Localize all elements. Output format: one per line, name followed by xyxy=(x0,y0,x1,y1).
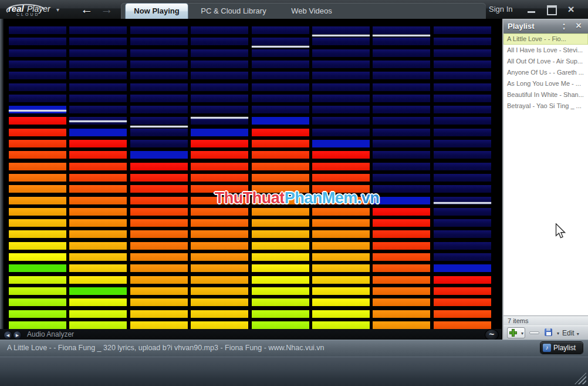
playlist-item[interactable]: As Long You Love Me - ... xyxy=(503,78,588,89)
spectrum-segment xyxy=(434,276,491,284)
spectrum-segment xyxy=(69,208,127,216)
spectrum-segment xyxy=(434,117,491,125)
spectrum-segment xyxy=(69,163,127,170)
spectrum-segment xyxy=(434,151,491,159)
edit-button[interactable]: Edit▾ xyxy=(562,326,579,340)
resize-grip[interactable] xyxy=(575,372,586,384)
spectrum-segment xyxy=(191,129,248,136)
spectrum-segment xyxy=(434,230,491,238)
spectrum-segment xyxy=(9,151,66,159)
spectrum-segment xyxy=(191,253,248,261)
playlist-item[interactable]: All Out Of Love - Air Sup... xyxy=(503,56,588,67)
spectrum-segment xyxy=(69,61,127,68)
tab-web-videos[interactable]: Web Videos xyxy=(279,3,344,19)
playlist-toggle-button[interactable]: ♪ Playlist xyxy=(540,342,583,354)
visualization-next-button[interactable]: ▶ xyxy=(13,331,22,340)
spectrum-segment xyxy=(312,208,370,216)
spectrum-segment xyxy=(252,117,309,125)
visualization-prev-button[interactable]: ◀ xyxy=(4,331,12,340)
spectrum-segment xyxy=(9,61,66,68)
watermark: ThuThuatPhanMem.vn xyxy=(209,189,385,207)
spectrum-segment xyxy=(312,242,370,250)
sign-in-button[interactable]: Sign In xyxy=(489,0,512,19)
save-playlist-button[interactable]: ▾ xyxy=(545,328,560,338)
maximize-button[interactable] xyxy=(544,4,559,15)
spectrum-segment xyxy=(191,208,248,216)
spectrum-segment xyxy=(130,117,188,125)
back-button[interactable]: ← xyxy=(78,1,96,18)
spectrum-segment xyxy=(252,163,309,170)
spectrum-segment xyxy=(434,208,491,216)
spectrum-segment xyxy=(69,72,127,79)
spectrum-column-6 xyxy=(312,19,370,329)
spectrum-segment xyxy=(312,298,370,306)
spectrum-segment xyxy=(312,151,370,159)
tab-now-playing[interactable]: Now Playing xyxy=(126,4,188,19)
spectrum-segment xyxy=(434,298,491,306)
spectrum-segment xyxy=(252,49,309,57)
spectrum-column-3 xyxy=(130,19,188,329)
playlist-panel: Playlist ▴ ▾ × A Little Love - - Fio...A… xyxy=(502,19,588,340)
spectrum-segment xyxy=(9,230,66,238)
spectrum-segment xyxy=(9,129,66,136)
forward-button[interactable]: → xyxy=(98,1,116,18)
spectrum-segment xyxy=(252,264,309,272)
spectrum-segment xyxy=(130,276,188,284)
playlist-collapse-button[interactable]: ▴ ▾ xyxy=(559,21,569,31)
playlist-close-button[interactable]: × xyxy=(573,19,584,32)
playlist-item[interactable]: Betrayal - Yao Si Ting _ ... xyxy=(503,100,588,112)
prev-arrow-icon: ◀ xyxy=(6,333,9,337)
close-button[interactable]: × xyxy=(563,4,579,15)
spectrum-segment xyxy=(130,38,188,45)
remove-track-button[interactable] xyxy=(529,331,539,334)
spectrum-segment xyxy=(130,174,188,182)
spectrum-segment xyxy=(130,197,188,204)
spectrum-column-5 xyxy=(252,19,309,329)
peak-hold-line xyxy=(373,35,430,36)
analyzer-bar: ◀ ▶ Audio Analyzer ~ xyxy=(0,329,502,340)
spectrum-segment xyxy=(130,298,188,306)
maximize-icon xyxy=(547,5,557,15)
spectrum-segment xyxy=(9,140,66,147)
spectrum-segment xyxy=(434,219,491,227)
add-track-button[interactable]: ▾ xyxy=(507,327,525,338)
playlist-toolbar: ▾ ▾ Edit▾ xyxy=(503,325,588,340)
spectrum-segment xyxy=(191,95,248,102)
watermark-part1: ThuThuat xyxy=(215,189,285,207)
spectrum-segment xyxy=(9,38,66,45)
spectrum-segment xyxy=(9,95,66,102)
spectrum-segment xyxy=(312,264,370,272)
spectrum-segment xyxy=(373,321,430,329)
spectrum-segment xyxy=(252,230,309,238)
forward-arrow-icon: → xyxy=(101,2,113,16)
spectrum-segment xyxy=(69,219,127,227)
spectrum-segment xyxy=(312,117,370,125)
spectrum-segment xyxy=(252,61,309,68)
spectrum-segment xyxy=(130,26,188,34)
playlist-item[interactable]: A Little Love - - Fio... xyxy=(503,33,588,45)
playlist-title: Playlist xyxy=(508,19,535,33)
spectrum-segment xyxy=(312,83,370,91)
spectrum-segment xyxy=(130,185,188,193)
spectrum-segment xyxy=(191,321,248,329)
spectrum-segment xyxy=(130,287,188,295)
logo-dropdown-icon[interactable]: ▾ xyxy=(56,6,59,13)
wave-icon-button[interactable]: ~ xyxy=(485,329,499,341)
playlist-item[interactable]: Anyone Of Us - - Gareth ... xyxy=(503,67,588,78)
tab-pc-cloud-library[interactable]: PC & Cloud Library xyxy=(188,3,279,19)
visualization-name-label: Audio Analyzer xyxy=(27,329,74,340)
spectrum-segment xyxy=(9,264,66,272)
spectrum-segment xyxy=(69,264,127,272)
spectrum-segment xyxy=(191,26,248,34)
realplayer-logo[interactable]: real Player CLOUD ▾ xyxy=(5,2,63,17)
spectrum-segment xyxy=(191,298,248,306)
minimize-button[interactable] xyxy=(524,4,539,15)
spectrum-segment xyxy=(373,253,430,261)
playlist-item[interactable]: Beautiful In White - Shan... xyxy=(503,89,588,100)
spectrum-segment xyxy=(9,287,66,295)
spectrum-segment xyxy=(191,276,248,284)
playlist-item[interactable]: All I Have Is Love - Stevi... xyxy=(503,45,588,56)
spectrum-segment xyxy=(191,163,248,170)
spectrum-segment xyxy=(69,151,127,159)
spectrum-segment xyxy=(252,242,309,250)
